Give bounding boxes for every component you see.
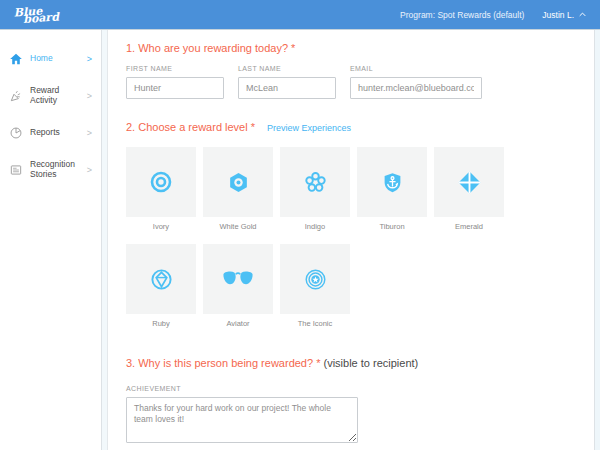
- emerald-icon: [457, 170, 482, 195]
- section3-title: 3. Why is this person being rewarded? * …: [126, 357, 594, 369]
- reward-tile-box[interactable]: [280, 244, 350, 314]
- sidebar-item-reports[interactable]: Reports>: [0, 114, 101, 151]
- reward-level-aviator[interactable]: Aviator: [203, 244, 273, 328]
- field-label: FIRST NAME: [126, 65, 224, 72]
- recipient-fields: FIRST NAMELAST NAMEEMAIL: [126, 65, 594, 99]
- reward-level-indigo[interactable]: Indigo: [280, 147, 350, 231]
- home-icon: [9, 51, 24, 66]
- field-last-name: LAST NAME: [238, 65, 336, 99]
- sidebar-item-label: Reward Activity: [30, 86, 87, 105]
- app-window: Blue board Program: Spot Rewards (defaul…: [0, 0, 600, 450]
- section2-title: 2. Choose a reward level *: [126, 121, 255, 133]
- sidebar-item-label: Home: [30, 54, 87, 63]
- recognition-stories-icon: [9, 162, 24, 177]
- reward-tile-label: The Iconic: [280, 319, 350, 328]
- top-header: Blue board Program: Spot Rewards (defaul…: [0, 0, 600, 30]
- chevron-right-icon: >: [87, 54, 92, 64]
- sidebar: Home>Reward Activity>Reports>Recognition…: [0, 30, 102, 450]
- reward-level-row1: IvoryWhite GoldIndigoTiburonEmerald: [126, 147, 594, 231]
- reward-level-the-iconic[interactable]: The Iconic: [280, 244, 350, 328]
- sidebar-item-reward-activity[interactable]: Reward Activity>: [0, 77, 101, 114]
- reward-level-ruby[interactable]: Ruby: [126, 244, 196, 328]
- field-label: LAST NAME: [238, 65, 336, 72]
- ruby-icon: [150, 268, 173, 291]
- achievement-textarea[interactable]: Thanks for your hard work on our project…: [126, 397, 358, 443]
- reward-tile-label: Aviator: [203, 319, 273, 328]
- user-menu[interactable]: Justin L.: [542, 10, 586, 20]
- reward-tile-box[interactable]: [434, 147, 504, 217]
- indigo-icon: [304, 171, 327, 194]
- email-input[interactable]: [350, 77, 482, 99]
- achievement-label: ACHIEVEMENT: [126, 385, 594, 392]
- user-name: Justin L.: [542, 10, 574, 20]
- sidebar-item-label: Reports: [30, 128, 87, 137]
- reward-tile-box[interactable]: [203, 244, 273, 314]
- reward-level-ivory[interactable]: Ivory: [126, 147, 196, 231]
- reward-tile-label: Tiburon: [357, 222, 427, 231]
- reward-level-tiburon[interactable]: Tiburon: [357, 147, 427, 231]
- reward-level-row2: RubyAviatorThe Iconic: [126, 244, 594, 328]
- sidebar-items: Home>Reward Activity>Reports>Recognition…: [0, 40, 101, 188]
- program-selector[interactable]: Program: Spot Rewards (default): [400, 10, 524, 20]
- reward-tile-label: Emerald: [434, 222, 504, 231]
- chevron-right-icon: >: [87, 128, 92, 138]
- last-name-input[interactable]: [238, 77, 336, 99]
- reward-level-white-gold[interactable]: White Gold: [203, 147, 273, 231]
- reward-tile-box[interactable]: [357, 147, 427, 217]
- chevron-right-icon: >: [87, 91, 92, 101]
- white-gold-icon: [227, 171, 250, 194]
- reward-tile-box[interactable]: [203, 147, 273, 217]
- reward-tile-box[interactable]: [280, 147, 350, 217]
- blueboard-logo[interactable]: Blue board: [14, 6, 60, 23]
- sidebar-item-home[interactable]: Home>: [0, 40, 101, 77]
- field-label: EMAIL: [350, 65, 482, 72]
- section1-title: 1. Who are you rewarding today? *: [126, 42, 594, 54]
- section2-header: 2. Choose a reward level * Preview Exper…: [126, 121, 594, 133]
- field-first-name: FIRST NAME: [126, 65, 224, 99]
- reward-activity-icon: [9, 88, 24, 103]
- reward-level-emerald[interactable]: Emerald: [434, 147, 504, 231]
- logo-text-line2: board: [23, 13, 59, 22]
- reward-tile-box[interactable]: [126, 147, 196, 217]
- section3-title-text: 3. Why is this person being rewarded? *: [126, 357, 320, 369]
- reward-tile-label: White Gold: [203, 222, 273, 231]
- the-iconic-icon: [304, 268, 327, 291]
- field-email: EMAIL: [350, 65, 482, 99]
- chevron-up-icon: [579, 12, 586, 17]
- reward-tile-label: Ivory: [126, 222, 196, 231]
- first-name-input[interactable]: [126, 77, 224, 99]
- reward-tile-box[interactable]: [126, 244, 196, 314]
- preview-experiences-link[interactable]: Preview Experiences: [267, 123, 351, 133]
- tiburon-icon: [382, 172, 403, 193]
- sidebar-item-label: Recognition Stories: [30, 160, 87, 179]
- scrollbar[interactable]: [595, 30, 600, 450]
- reward-tile-label: Indigo: [280, 222, 350, 231]
- reward-tile-label: Ruby: [126, 319, 196, 328]
- visible-to-recipient-note: (visible to recipient): [324, 357, 419, 369]
- reports-icon: [9, 125, 24, 140]
- ivory-icon: [149, 170, 173, 194]
- main-content: 1. Who are you rewarding today? * FIRST …: [107, 30, 595, 450]
- body-row: Home>Reward Activity>Reports>Recognition…: [0, 30, 600, 450]
- chevron-right-icon: >: [87, 165, 92, 175]
- header-right: Program: Spot Rewards (default) Justin L…: [400, 10, 586, 20]
- aviator-icon: [222, 270, 254, 289]
- sidebar-item-recognition-stories[interactable]: Recognition Stories>: [0, 151, 101, 188]
